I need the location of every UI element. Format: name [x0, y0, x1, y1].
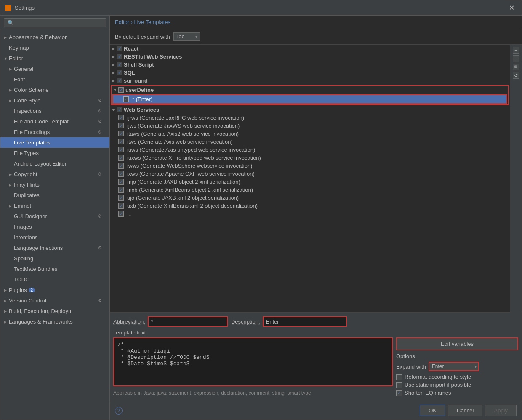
checkbox-enter[interactable]	[123, 96, 129, 102]
staticimport-checkbox[interactable]	[396, 382, 402, 388]
tree-group-sql[interactable]: ▶ SQL	[110, 69, 510, 77]
tree-item-ijws[interactable]: ijws (Generate JaxWS web service invocat…	[110, 122, 510, 130]
sidebar-item-versioncontrol[interactable]: ▶ Version Control ⚙	[0, 295, 109, 306]
tree-item-uxb[interactable]: uxb (Generate XmlBeans xml 2 object dese…	[110, 202, 510, 210]
sidebar-item-filecodetemplates[interactable]: File and Code Templat ⚙	[0, 116, 109, 127]
checkbox-ujo[interactable]	[118, 195, 124, 201]
expand-default-select[interactable]: Tab Enter Space	[173, 32, 200, 41]
sidebar-item-codestyle[interactable]: ▶ Code Style ⚙	[0, 95, 109, 106]
cancel-button[interactable]: Cancel	[448, 405, 482, 416]
checkbox-react[interactable]	[117, 46, 122, 51]
description-input[interactable]	[263, 316, 347, 327]
sidebar-item-duplicates[interactable]: Duplicates	[0, 190, 109, 201]
add-template-button[interactable]: +	[513, 47, 519, 54]
reformat-checkbox[interactable]	[396, 374, 402, 380]
copy-template-button[interactable]: ⧉	[513, 64, 519, 70]
sidebar-item-copyright[interactable]: ▶ Copyright ⚙	[0, 169, 109, 179]
sidebar-item-spelling[interactable]: Spelling	[0, 253, 109, 264]
arrow-icon: ▶	[9, 99, 14, 103]
checkbox-iwws[interactable]	[118, 163, 124, 169]
checkbox-surround[interactable]	[117, 78, 122, 83]
checkbox-itaws[interactable]	[118, 131, 124, 136]
sidebar-item-general[interactable]: ▶ General	[0, 64, 109, 74]
tree-item-ixws[interactable]: ixws (Generate Apache CXF web service in…	[110, 170, 510, 178]
shorteneq-checkbox[interactable]	[396, 390, 402, 396]
sidebar-item-filetypes[interactable]: File Types	[0, 148, 109, 158]
tree-group-shellscript[interactable]: ▶ Shell Script	[110, 61, 510, 69]
template-tree[interactable]: ▶ React ▶ RESTful Web Services ▶	[110, 45, 510, 313]
tree-item-itws[interactable]: itws (Generate Axis web service invocati…	[110, 138, 510, 146]
sidebar-item-appearance[interactable]: ▶ Appearance & Behavior	[0, 32, 109, 43]
apply-button[interactable]: Apply	[485, 405, 517, 416]
checkbox-webservices[interactable]	[117, 107, 122, 112]
checkbox-sql[interactable]	[117, 70, 122, 75]
sidebar-item-buildexecution[interactable]: ▶ Build, Execution, Deploym	[0, 306, 109, 316]
checkbox-ixws[interactable]	[118, 171, 124, 177]
sidebar-item-languageinjections[interactable]: Language Injections ⚙	[0, 243, 109, 253]
sidebar-item-todo[interactable]: TODO	[0, 274, 109, 285]
tree-item-enter[interactable]: * (Enter)	[112, 94, 507, 104]
remove-template-button[interactable]: −	[513, 55, 519, 62]
checkbox-more[interactable]	[118, 211, 124, 217]
sidebar-item-keymap[interactable]: Keymap	[0, 43, 109, 53]
checkbox-iuws[interactable]	[118, 147, 124, 152]
help-button[interactable]: ?	[115, 407, 123, 415]
close-button[interactable]: ✕	[506, 2, 517, 14]
sidebar-item-emmet[interactable]: ▶ Emmet	[0, 201, 109, 211]
sidebar-label: Languages & Frameworks	[9, 318, 73, 325]
tree-group-surround[interactable]: ▶ surround	[110, 77, 510, 85]
sidebar-item-fileencodings[interactable]: File Encodings ⚙	[0, 127, 109, 137]
sidebar-item-inspections[interactable]: Inspections ⚙	[0, 106, 109, 116]
tree-item-iuxws[interactable]: iuxws (Generate XFire untyped web servic…	[110, 154, 510, 162]
sidebar-item-androidlayouteditor[interactable]: Android Layout Editor	[0, 158, 109, 169]
checkbox-iuxws[interactable]	[118, 155, 124, 161]
tree-group-restful[interactable]: ▶ RESTful Web Services	[110, 53, 510, 61]
tree-item-more[interactable]: ...	[110, 210, 510, 218]
checkbox-ijrws[interactable]	[118, 115, 124, 120]
checkbox-uxb[interactable]	[118, 203, 124, 209]
tree-item-iuws[interactable]: iuws (Generate Axis untyped web service …	[110, 146, 510, 154]
tree-group-react[interactable]: ▶ React	[110, 45, 510, 53]
sidebar-item-livetemplates[interactable]: Live Templates	[0, 137, 109, 148]
sidebar-item-images[interactable]: Images	[0, 222, 109, 232]
checkbox-restful[interactable]	[117, 54, 122, 59]
tree-group-webservices[interactable]: ▼ Web Services	[110, 106, 510, 114]
expand-with-select[interactable]: Enter Tab Space Default (Tab)	[429, 362, 479, 371]
sidebar-item-languages[interactable]: ▶ Languages & Frameworks	[0, 316, 109, 327]
item-label: mjo (Generate JAXB object 2 xml serializ…	[127, 179, 240, 185]
sidebar-item-textmatebundles[interactable]: TextMate Bundles	[0, 264, 109, 274]
checkbox-itws[interactable]	[118, 139, 124, 144]
abbreviation-input[interactable]	[148, 316, 228, 327]
tree-item-ujo[interactable]: ujo (Generate JAXB xml 2 object serializ…	[110, 194, 510, 202]
tree-item-iwws[interactable]: iwws (Generate WebSphere webservice invo…	[110, 162, 510, 170]
checkbox-shellscript[interactable]	[117, 62, 122, 67]
tree-group-userdefine[interactable]: ▼ userDefine	[112, 86, 508, 94]
sidebar-label: Spelling	[14, 255, 33, 262]
sidebar-item-editor[interactable]: ▼ Editor	[0, 53, 109, 64]
template-text-area[interactable]: /* * @Author Jiaqi * @Description //TODO…	[113, 337, 393, 386]
item-label: * (Enter)	[132, 96, 152, 102]
checkbox-mxb[interactable]	[118, 187, 124, 193]
sidebar-item-font[interactable]: Font	[0, 74, 109, 85]
sidebar-item-plugins[interactable]: ▶ Plugins 2	[0, 285, 109, 295]
sidebar-tree[interactable]: ▶ Appearance & Behavior Keymap ▼ Editor	[0, 30, 109, 420]
checkbox-userdefine[interactable]	[118, 87, 124, 93]
tree-item-mxb[interactable]: mxb (Generate XmlBeans object 2 xml seri…	[110, 186, 510, 194]
bottom-area: Abbreviation: Description: Template text…	[110, 313, 522, 401]
revert-template-button[interactable]: ↺	[513, 72, 519, 79]
edit-variables-button[interactable]: Edit variables	[396, 337, 518, 350]
search-input[interactable]	[4, 18, 106, 27]
sidebar-item-intentions[interactable]: Intentions	[0, 232, 109, 243]
checkbox-mjo[interactable]	[118, 179, 124, 185]
tree-item-ijrws[interactable]: ijrws (Generate JaxRPC web service invoc…	[110, 114, 510, 122]
sidebar-item-inlayhints[interactable]: ▶ Inlay Hints	[0, 179, 109, 190]
sidebar-label: Build, Execution, Deploym	[9, 308, 73, 314]
sidebar-label: File and Code Templat	[14, 118, 69, 125]
breadcrumb-current: Live Templates	[134, 19, 170, 25]
sidebar-item-guidesigner[interactable]: GUI Designer ⚙	[0, 211, 109, 222]
tree-item-mjo[interactable]: mjo (Generate JAXB object 2 xml serializ…	[110, 178, 510, 186]
checkbox-ijws[interactable]	[118, 123, 124, 128]
ok-button[interactable]: OK	[420, 405, 445, 416]
sidebar-item-colorscheme[interactable]: ▶ Color Scheme	[0, 85, 109, 95]
tree-item-itaws[interactable]: itaws (Generate Axis2 web service invoca…	[110, 130, 510, 138]
